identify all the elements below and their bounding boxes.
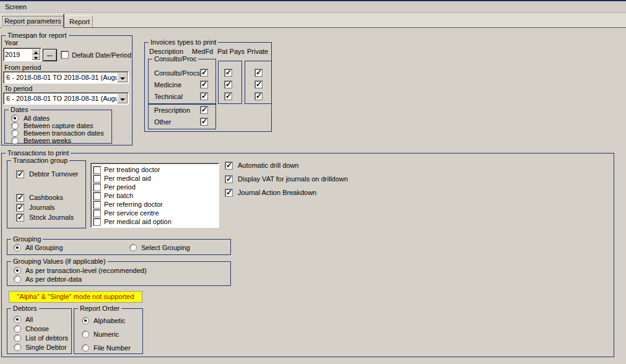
private-checkbox[interactable] (254, 80, 263, 89)
dates-option: Between transaction dates (11, 129, 111, 137)
year-input[interactable] (5, 50, 30, 59)
debtors-option: All (14, 314, 71, 324)
report-order-radio[interactable] (82, 317, 89, 324)
flag-label: Display VAT for journals on drilldown (238, 175, 348, 183)
grouping-value-radio[interactable] (14, 275, 21, 283)
dates-radio[interactable] (11, 122, 19, 129)
tab-strip (0, 13, 626, 28)
report-order-title: Report Order (78, 305, 121, 313)
debtors-label: All (25, 316, 33, 323)
grouping-value-option: As per debtor-data (14, 275, 230, 284)
to-period-dropdown-icon[interactable] (117, 93, 128, 103)
report-order-option: Alphabetic (82, 316, 142, 325)
debtors-radio[interactable] (14, 344, 21, 351)
year-browse-button[interactable]: ... (43, 49, 57, 61)
transaction-group-checkbox[interactable] (16, 214, 24, 222)
private-checkbox[interactable] (254, 69, 263, 77)
report-order-option: File Number (82, 344, 142, 352)
dates-radio[interactable] (11, 137, 19, 144)
per-checkbox[interactable] (93, 175, 101, 183)
tab-report-label: Report (69, 18, 90, 25)
flag-option: Journal Action Breakdown (225, 188, 348, 197)
flag-checkbox[interactable] (225, 175, 233, 183)
medfd-checkbox[interactable] (200, 69, 208, 77)
per-checkbox[interactable] (93, 183, 101, 191)
transaction-group-options: Debtor TurnoverCashbooksJournalsStock Jo… (7, 161, 85, 222)
transaction-group-option: Cashbooks (16, 193, 85, 202)
per-checkbox[interactable] (93, 209, 101, 217)
transaction-group-checkbox[interactable] (16, 194, 24, 202)
grouping-radio[interactable] (129, 244, 137, 251)
per-checkbox[interactable] (93, 192, 101, 200)
invoice-row-label: Consults/Procs (154, 69, 200, 77)
dates-radio[interactable] (11, 115, 19, 122)
transaction-group-checkbox[interactable] (16, 204, 24, 212)
grouping-radio[interactable] (14, 244, 21, 251)
default-date-checkbox[interactable] (61, 51, 69, 59)
dates-label: All dates (24, 115, 50, 122)
grouping-value-label: As per transaction-level (recommended) (25, 267, 147, 274)
report-order-radio[interactable] (82, 344, 89, 352)
medfd-checkbox[interactable] (200, 118, 208, 126)
year-spin-up-icon[interactable] (32, 49, 40, 54)
flag-checkbox[interactable] (225, 189, 233, 197)
to-period-combobox[interactable]: 6 - 2018-08-01 TO 2018-08-31 (Augu (3, 92, 129, 105)
debtors-options: AllChooseList of debtorsSingle Debtor (7, 309, 71, 352)
dates-option: All dates (11, 115, 111, 122)
timespan-groupbox: Timespan for report Year ... Default Dat… (1, 35, 133, 145)
debtors-radio[interactable] (14, 334, 21, 342)
invoice-rows: Consults/ProcsMedicineTechnicalPrescript… (145, 43, 272, 132)
per-option: Per period (93, 183, 217, 191)
default-date-label: Default Date/Period (72, 51, 131, 59)
per-label: Per service centre (104, 209, 159, 217)
mode-warning-banner: "Alpha" & "Single" mode not supported (9, 291, 142, 303)
medfd-checkbox[interactable] (200, 80, 208, 89)
tab-report[interactable]: Report (66, 15, 93, 27)
grouping-label: Select Grouping (141, 244, 190, 251)
grouping-title: Grouping (11, 235, 43, 243)
from-period-dropdown-icon[interactable] (117, 72, 128, 82)
patpays-checkbox[interactable] (224, 92, 232, 100)
per-option: Per batch (93, 191, 217, 200)
debtors-option: List of debtors (14, 333, 71, 342)
dates-option: Between capture dates (11, 122, 111, 129)
transactions-groupbox: Transactions to print Transaction group … (1, 153, 614, 357)
flag-checkbox[interactable] (225, 162, 233, 170)
debtors-groupbox: Debtors AllChooseList of debtorsSingle D… (7, 308, 72, 354)
dates-options: All datesBetween capture datesBetween tr… (5, 110, 111, 144)
per-checkbox[interactable] (93, 201, 101, 209)
per-label: Per treating doctor (104, 166, 160, 173)
transaction-group-option: Stock Journals (16, 212, 85, 222)
per-option: Per service centre (93, 209, 217, 217)
year-spin-down-icon[interactable] (32, 54, 40, 60)
medfd-checkbox[interactable] (200, 92, 208, 100)
mode-warning-text: "Alpha" & "Single" mode not supported (17, 293, 134, 300)
report-order-radio[interactable] (82, 331, 89, 338)
per-label: Per period (104, 183, 136, 191)
medfd-checkbox[interactable] (200, 106, 208, 114)
grouping-option: All Grouping (14, 243, 129, 252)
grouping-values-groupbox: Grouping Values (if applicable) As per t… (7, 261, 231, 286)
grouping-value-radio[interactable] (14, 267, 21, 274)
transaction-group-checkbox[interactable] (16, 170, 24, 178)
per-option: Per medical aid (93, 174, 217, 183)
debtors-option: Single Debtor (14, 342, 71, 352)
tab-report-parameters[interactable]: Report parameters (2, 14, 64, 28)
private-checkbox[interactable] (254, 92, 263, 100)
grouping-value-label: As per debtor-data (25, 275, 82, 283)
to-period-value: 6 - 2018-08-01 TO 2018-08-31 (Augu (6, 95, 119, 102)
from-period-value: 6 - 2018-08-01 TO 2018-08-31 (Augu (6, 74, 119, 81)
invoices-groupbox: Invoices types to print Description MedF… (144, 42, 272, 132)
tab-baseline (0, 27, 626, 28)
per-checkbox[interactable] (93, 218, 101, 226)
patpays-checkbox[interactable] (224, 69, 232, 77)
from-period-combobox[interactable]: 6 - 2018-08-01 TO 2018-08-31 (Augu (3, 71, 129, 84)
dates-radio[interactable] (11, 129, 19, 137)
debtors-radio[interactable] (14, 316, 21, 323)
patpays-checkbox[interactable] (224, 80, 232, 89)
debtors-radio[interactable] (14, 325, 21, 332)
year-browse-label: ... (47, 50, 53, 58)
per-checkbox[interactable] (93, 166, 101, 174)
flag-label: Journal Action Breakdown (238, 189, 316, 196)
per-options-listbox[interactable]: Per treating doctorPer medical aidPer pe… (90, 163, 219, 228)
